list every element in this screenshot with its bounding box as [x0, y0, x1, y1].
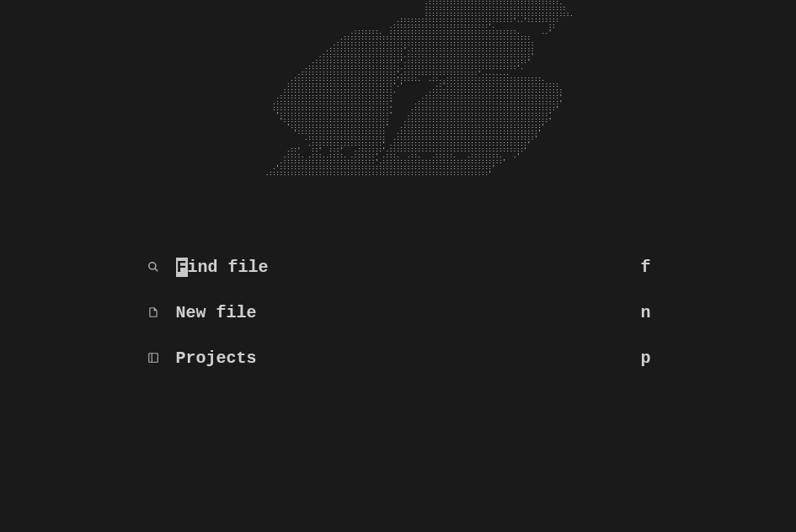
menu-label-find-file: Find file: [176, 258, 641, 277]
menu-label-new-file: New file: [176, 303, 641, 322]
svg-point-0: [148, 263, 155, 269]
file-icon: [146, 305, 161, 320]
svg-rect-2: [148, 354, 158, 363]
layout-icon: [146, 350, 161, 365]
menu-label-projects: Projects: [176, 348, 641, 368]
menu-item-find-file[interactable]: Find file f: [146, 244, 651, 290]
cursor: F: [176, 258, 188, 277]
menu-item-new-file[interactable]: New file n: [146, 290, 651, 335]
menu-item-projects[interactable]: Projects p: [146, 335, 651, 380]
dashboard-menu: Find file f New file n Projects p: [146, 244, 651, 380]
menu-shortcut-projects: p: [640, 348, 650, 368]
search-icon: [146, 259, 161, 274]
ascii-art-banner: .:::::::::::::::::::::::::::::::::::::. …: [223, 0, 574, 177]
menu-shortcut-new-file: n: [640, 303, 650, 322]
menu-shortcut-find-file: f: [640, 258, 650, 277]
svg-line-1: [154, 269, 158, 272]
